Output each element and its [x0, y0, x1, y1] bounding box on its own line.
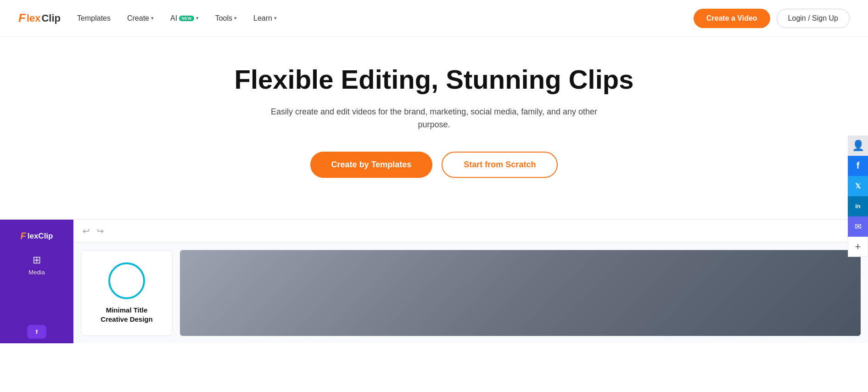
video-preview-area[interactable] — [180, 250, 861, 336]
nav-create-label: Create — [127, 14, 149, 23]
nav-item-learn[interactable]: Learn ▾ — [253, 14, 277, 23]
hero-section: Flexible Editing, Stunning Clips Easily … — [0, 37, 868, 219]
nav-item-templates[interactable]: Templates — [77, 14, 111, 23]
facebook-icon: f — [857, 160, 860, 171]
linkedin-icon: in — [855, 203, 861, 210]
nav-tools-label: Tools — [215, 14, 232, 23]
card-title: Minimal Title Creative Design — [101, 306, 152, 324]
logo-flex-text: lex — [27, 12, 41, 24]
undo-button[interactable]: ↩ — [83, 226, 90, 236]
sidebar-item-media[interactable]: ⊞ Media — [28, 254, 45, 276]
more-share-button[interactable]: + — [848, 237, 868, 257]
preview-toolbar: ↩ ↪ — [73, 220, 868, 243]
upgrade-icon: ⬆ — [34, 329, 39, 335]
preview-main: ↩ ↪ Minimal Title Creative Design — [73, 220, 868, 343]
logo[interactable]: FlexClip — [18, 11, 61, 25]
social-sidebar: 👤 f 𝕏 in ✉ + — [848, 136, 868, 257]
app-sidebar: FlexClip ⊞ Media ⬆ — [0, 220, 73, 343]
facebook-share-button[interactable]: f — [848, 156, 868, 176]
logo-f-letter: F — [18, 11, 26, 25]
nav-right: Create a Video Login / Sign Up — [694, 9, 850, 28]
sidebar-logo-text: lexClip — [28, 232, 53, 241]
card-title-line1: Minimal Title — [106, 306, 148, 314]
sidebar-logo: FlexClip — [21, 231, 53, 241]
create-by-templates-button[interactable]: Create by Templates — [310, 152, 433, 178]
nav-item-create[interactable]: Create ▾ — [127, 14, 154, 23]
login-signup-button[interactable]: Login / Sign Up — [777, 9, 850, 28]
card-circle-decoration — [108, 262, 145, 299]
nav-tools-chevron: ▾ — [234, 15, 237, 21]
nav-learn-chevron: ▾ — [274, 15, 277, 21]
start-from-scratch-button[interactable]: Start from Scratch — [442, 152, 558, 178]
sidebar-upgrade-item[interactable]: ⬆ — [27, 325, 46, 339]
hero-buttons: Create by Templates Start from Scratch — [18, 152, 850, 178]
nav-ai-label: AI — [170, 14, 177, 23]
create-video-button[interactable]: Create a Video — [694, 9, 770, 28]
nav-create-chevron: ▾ — [151, 15, 154, 21]
twitter-share-button[interactable]: 𝕏 — [848, 176, 868, 196]
hero-subtitle: Easily create and edit videos for the br… — [255, 105, 613, 132]
nav-item-tools[interactable]: Tools ▾ — [215, 14, 237, 23]
hero-title: Flexible Editing, Stunning Clips — [18, 64, 850, 95]
nav-learn-label: Learn — [253, 14, 272, 23]
twitter-icon: 𝕏 — [855, 182, 861, 190]
navbar: FlexClip Templates Create ▾ AI NEW ▾ Too… — [0, 0, 868, 37]
nav-item-ai[interactable]: AI NEW ▾ — [170, 14, 199, 23]
mail-share-button[interactable]: ✉ — [848, 216, 868, 237]
sidebar-logo-f: F — [21, 231, 26, 241]
media-icon: ⊞ — [33, 254, 41, 266]
nav-templates-label: Templates — [77, 14, 111, 23]
card-title-line2: Creative Design — [101, 315, 152, 323]
logo-clip-text: Clip — [41, 12, 61, 24]
template-card[interactable]: Minimal Title Creative Design — [81, 250, 173, 336]
sidebar-media-label: Media — [28, 269, 45, 276]
app-preview: FlexClip ⊞ Media ⬆ ↩ ↪ Minimal Title Cre… — [0, 219, 868, 343]
user-avatar-button[interactable]: 👤 — [848, 136, 868, 156]
ai-new-badge: NEW — [179, 16, 194, 21]
plus-icon: + — [855, 241, 861, 253]
nav-left: FlexClip Templates Create ▾ AI NEW ▾ Too… — [18, 11, 277, 25]
redo-button[interactable]: ↪ — [97, 226, 104, 236]
nav-ai-chevron: ▾ — [196, 15, 199, 21]
linkedin-share-button[interactable]: in — [848, 196, 868, 216]
mail-icon: ✉ — [855, 222, 862, 232]
video-inner — [180, 250, 861, 336]
sidebar-bottom: ⬆ — [27, 323, 46, 343]
preview-content: Minimal Title Creative Design — [73, 243, 868, 343]
